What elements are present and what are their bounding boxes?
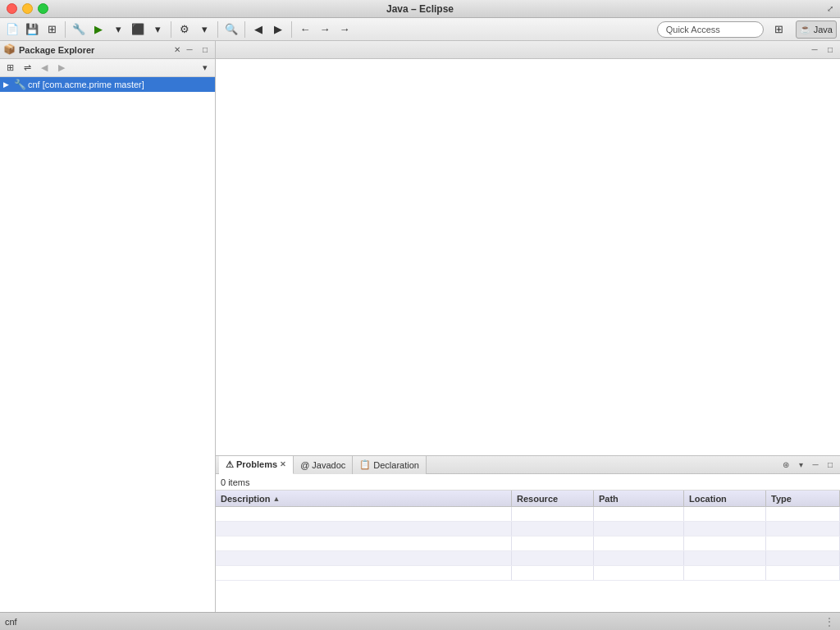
table-row[interactable]: [216, 536, 840, 551]
save-button[interactable]: 💾: [23, 21, 41, 39]
next-edit-button[interactable]: ▶: [269, 21, 287, 39]
editor-minimize[interactable]: ─: [808, 43, 821, 57]
declaration-icon: 📋: [359, 459, 371, 470]
view-menu-button[interactable]: ▾: [197, 61, 213, 75]
window-maximize-button[interactable]: [38, 3, 48, 14]
bottom-panel-view-menu[interactable]: ▾: [794, 459, 807, 472]
java-perspective-button[interactable]: ☕ Java: [796, 21, 837, 39]
problems-tab-close[interactable]: ✕: [280, 460, 286, 468]
items-count-text: 0 items: [221, 477, 249, 487]
package-explorer-maximize[interactable]: □: [199, 43, 212, 57]
status-bar: cnf ⋮: [0, 612, 840, 630]
cell-type: [766, 507, 840, 521]
cell-type: [766, 551, 840, 565]
main-layout: 📦 Package Explorer ✕ ─ □ ⊞ ⇌ ◀ ▶ ▾ ▶ 🔧 c…: [0, 41, 840, 612]
window-close-button[interactable]: [7, 3, 17, 14]
collapse-all-button[interactable]: ⊞: [2, 61, 18, 75]
cell-description: [216, 566, 512, 580]
window-expand-icon[interactable]: ⤢: [827, 4, 833, 13]
title-bar: Java – Eclipse ⤢: [0, 0, 840, 18]
cell-description: [216, 507, 512, 521]
cell-type: [766, 566, 840, 580]
cell-description: [216, 536, 512, 550]
status-right: ⋮: [824, 615, 835, 628]
cell-resource: [512, 522, 594, 536]
link-with-editor-button[interactable]: ⇌: [19, 61, 35, 75]
package-explorer-tree[interactable]: ▶ 🔧 cnf [com.acme.prime master]: [0, 77, 215, 612]
bottom-panel-filter[interactable]: ⊛: [779, 459, 792, 472]
package-explorer-toolbar: ⊞ ⇌ ◀ ▶ ▾: [0, 59, 215, 77]
cell-resource: [512, 566, 594, 580]
bottom-panel-maximize[interactable]: □: [824, 459, 837, 472]
table-rows: [216, 507, 840, 612]
prev-edit-button[interactable]: ◀: [249, 21, 267, 39]
cell-location: [684, 522, 766, 536]
bottom-tab-actions: ⊛ ▾ ─ □: [779, 459, 837, 472]
cell-type: [766, 536, 840, 550]
debug-dropdown-button[interactable]: ▾: [148, 21, 167, 39]
package-explorer-minimize[interactable]: ─: [183, 43, 196, 57]
back-button[interactable]: ←: [296, 21, 314, 39]
cell-location: [684, 566, 766, 580]
editor-maximize[interactable]: □: [824, 43, 837, 57]
run-button[interactable]: ▶: [89, 21, 107, 39]
cell-resource: [512, 507, 594, 521]
table-row[interactable]: [216, 507, 840, 522]
toolbar-separator-5: [291, 21, 292, 38]
col-description[interactable]: Description ▲: [216, 491, 512, 506]
search-button[interactable]: 🔍: [222, 21, 240, 39]
cell-path: [594, 507, 684, 521]
tab-problems[interactable]: ⚠ Problems ✕: [219, 456, 294, 474]
debug-button[interactable]: ⬛: [129, 21, 147, 39]
cell-description: [216, 522, 512, 536]
package-explorer-header: 📦 Package Explorer ✕ ─ □: [0, 41, 215, 59]
forward-button[interactable]: →: [316, 21, 334, 39]
cell-path: [594, 536, 684, 550]
status-text: cnf: [5, 617, 824, 627]
tree-item-cnf[interactable]: ▶ 🔧 cnf [com.acme.prime master]: [0, 77, 215, 92]
toolbar-separator-4: [244, 21, 245, 38]
col-resource[interactable]: Resource: [512, 491, 594, 506]
save-all-button[interactable]: ⊞: [43, 21, 61, 39]
cell-type: [766, 522, 840, 536]
table-header: Description ▲ Resource Path Location: [216, 491, 840, 507]
javadoc-icon: @: [300, 460, 309, 470]
table-row[interactable]: [216, 551, 840, 566]
problems-icon: ⚠: [226, 459, 234, 470]
table-row[interactable]: [216, 566, 840, 581]
tab-javadoc[interactable]: @ Javadoc: [294, 456, 353, 474]
col-resource-label: Resource: [517, 494, 558, 504]
open-perspective-button[interactable]: ⊞: [770, 21, 788, 39]
problems-tab-label: Problems: [236, 459, 277, 469]
col-type[interactable]: Type: [766, 491, 840, 506]
tab-declaration[interactable]: 📋 Declaration: [353, 456, 427, 474]
publish-button[interactable]: 🔧: [70, 21, 88, 39]
window-title: Java – Eclipse: [386, 3, 454, 15]
cell-path: [594, 522, 684, 536]
editor-area[interactable]: [216, 59, 840, 456]
forward-history-button: ▶: [53, 61, 70, 75]
col-description-sort: ▲: [273, 495, 281, 503]
quick-access-input[interactable]: Quick Access: [657, 21, 764, 38]
col-description-label: Description: [221, 494, 271, 504]
bottom-panel-minimize[interactable]: ─: [809, 459, 822, 472]
package-explorer-title: Package Explorer: [19, 45, 171, 55]
table-row[interactable]: [216, 522, 840, 536]
cell-path: [594, 551, 684, 565]
external-dropdown-button[interactable]: ▾: [195, 21, 213, 39]
window-controls[interactable]: [7, 3, 48, 14]
col-location-label: Location: [689, 494, 727, 504]
package-explorer-close-tab[interactable]: ✕: [174, 45, 180, 54]
external-tools-button[interactable]: ⚙: [176, 21, 194, 39]
col-location[interactable]: Location: [684, 491, 766, 506]
quick-access-label: Quick Access: [666, 25, 720, 34]
forward2-button[interactable]: →: [336, 21, 354, 39]
main-toolbar: 📄 💾 ⊞ 🔧 ▶ ▾ ⬛ ▾ ⚙ ▾ 🔍 ◀ ▶ ← → → Quick Ac…: [0, 18, 840, 41]
col-path[interactable]: Path: [594, 491, 684, 506]
cell-description: [216, 551, 512, 565]
window-minimize-button[interactable]: [22, 3, 33, 14]
run-dropdown-button[interactable]: ▾: [109, 21, 127, 39]
new-button[interactable]: 📄: [3, 21, 21, 39]
right-split: ─ □ ⚠ Problems ✕ @ Javadoc 📋 Declarat: [216, 41, 840, 612]
tree-expand-arrow: ▶: [3, 80, 11, 89]
